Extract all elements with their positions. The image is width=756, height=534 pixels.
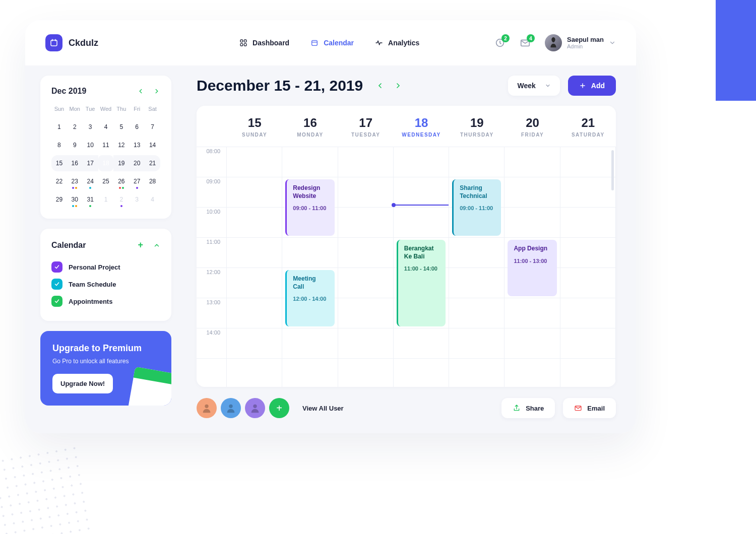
calendar-checkbox[interactable]: Team Schedule <box>51 276 160 293</box>
add-calendar-button[interactable]: + <box>138 240 143 250</box>
mini-day[interactable]: 1 <box>51 119 67 135</box>
mini-dow: Sat <box>145 103 160 117</box>
day-column[interactable] <box>338 147 394 387</box>
day-header[interactable]: 20FRIDAY <box>505 106 560 147</box>
notif-badge: 2 <box>501 34 510 42</box>
mini-day[interactable]: 26 <box>113 173 129 189</box>
day-header[interactable]: 17TUESDAY <box>338 106 394 147</box>
add-event-button[interactable]: Add <box>568 76 616 96</box>
mini-day[interactable]: 15 <box>51 155 67 171</box>
mini-day[interactable]: 2 <box>67 119 83 135</box>
event-time: 11:00 - 13:00 <box>514 258 550 264</box>
scrollbar[interactable] <box>611 150 614 190</box>
mini-prev-button[interactable] <box>137 88 144 95</box>
calendar-checkbox[interactable]: Personal Project <box>51 258 160 276</box>
svg-point-9 <box>229 405 232 408</box>
mini-day[interactable]: 28 <box>145 173 160 189</box>
nav-analytics[interactable]: Analytics <box>375 39 419 47</box>
nav-dashboard[interactable]: Dashboard <box>239 39 289 47</box>
topbar: Ckdulz Dashboard Calendar Analytics 2 <box>25 20 636 65</box>
day-header[interactable]: 18WEDNESDAY <box>394 106 449 147</box>
nav-calendar[interactable]: Calendar <box>310 39 354 47</box>
svg-rect-3 <box>240 43 243 46</box>
mini-day[interactable]: 6 <box>129 119 145 135</box>
mini-day[interactable]: 31 <box>83 191 98 208</box>
range-next-button[interactable] <box>394 82 402 90</box>
day-number: 18 <box>394 116 449 130</box>
day-header[interactable]: 21SATURDAY <box>560 106 616 147</box>
day-column[interactable]: Redesign Website09:00 - 11:00Meeting Cal… <box>282 147 338 387</box>
calendar-event[interactable]: Meeting Call12:00 - 14:00 <box>285 270 334 326</box>
top-nav: Dashboard Calendar Analytics <box>239 39 419 47</box>
range-prev-button[interactable] <box>376 82 384 90</box>
mini-day[interactable]: 24 <box>83 173 98 189</box>
email-button[interactable]: Email <box>563 398 616 418</box>
user-avatar[interactable] <box>197 398 217 418</box>
mini-day[interactable]: 1 <box>98 191 114 208</box>
mini-day[interactable]: 5 <box>113 119 129 135</box>
plus-icon <box>579 82 586 89</box>
mini-day[interactable]: 19 <box>113 155 129 171</box>
mini-day[interactable]: 18 <box>98 155 114 171</box>
mini-day[interactable]: 27 <box>129 173 145 189</box>
mini-day[interactable]: 30 <box>67 191 83 208</box>
mini-day[interactable]: 4 <box>145 191 160 208</box>
brand-logo-icon <box>45 34 62 51</box>
mini-cal-title: Dec 2019 <box>51 87 86 96</box>
collapse-calendars-button[interactable] <box>153 242 160 249</box>
upgrade-button[interactable]: Upgrade Now! <box>52 374 113 393</box>
svg-rect-5 <box>312 40 318 45</box>
brand-name: Ckdulz <box>69 38 98 48</box>
svg-point-8 <box>205 405 208 408</box>
mini-day[interactable]: 4 <box>98 119 114 135</box>
user-avatar[interactable] <box>245 398 265 418</box>
mini-day[interactable]: 20 <box>129 155 145 171</box>
calendar-event[interactable]: Redesign Website09:00 - 11:00 <box>285 179 334 236</box>
calendar-label: Appointments <box>69 298 112 305</box>
mini-day[interactable]: 14 <box>145 137 160 153</box>
day-column[interactable]: Berangkat Ke Bali11:00 - 14:00 <box>394 147 449 387</box>
mini-day[interactable]: 29 <box>51 191 67 208</box>
user-menu[interactable]: Saepul man Admin <box>545 34 616 51</box>
mini-day[interactable]: 3 <box>83 119 98 135</box>
brand[interactable]: Ckdulz <box>45 34 98 51</box>
day-number: 21 <box>560 116 616 130</box>
mini-next-button[interactable] <box>153 88 160 95</box>
mini-day[interactable]: 11 <box>98 137 114 153</box>
calendar-event[interactable]: App Design11:00 - 13:00 <box>508 240 556 296</box>
day-column[interactable]: App Design11:00 - 13:00 <box>505 147 560 387</box>
mini-day[interactable]: 23 <box>67 173 83 189</box>
mini-day[interactable]: 21 <box>145 155 160 171</box>
calendar-event[interactable]: Berangkat Ke Bali11:00 - 14:00 <box>397 240 446 326</box>
mini-day[interactable]: 9 <box>67 137 83 153</box>
day-header[interactable]: 19THURSDAY <box>449 106 505 147</box>
share-button[interactable]: Share <box>501 398 555 418</box>
day-column[interactable]: Sharing Technical09:00 - 11:00 <box>449 147 505 387</box>
view-select[interactable]: Week <box>508 76 559 96</box>
messages-button[interactable]: 4 <box>520 37 531 48</box>
mini-day[interactable]: 3 <box>129 191 145 208</box>
add-user-button[interactable]: + <box>269 398 289 418</box>
mini-day[interactable]: 13 <box>129 137 145 153</box>
mini-day[interactable]: 17 <box>83 155 98 171</box>
day-column[interactable] <box>560 147 616 387</box>
mini-day[interactable]: 22 <box>51 173 67 189</box>
mini-day[interactable]: 25 <box>98 173 114 189</box>
view-all-users-link[interactable]: View All User <box>302 405 344 412</box>
notifications-button[interactable]: 2 <box>494 37 506 48</box>
mini-day[interactable]: 16 <box>67 155 83 171</box>
calendar-event[interactable]: Sharing Technical09:00 - 11:00 <box>452 179 501 236</box>
mini-day[interactable]: 7 <box>145 119 160 135</box>
mini-dow: Tue <box>83 103 98 117</box>
calendar-icon <box>310 39 319 47</box>
mini-dow: Sun <box>51 103 67 117</box>
day-header[interactable]: 16MONDAY <box>282 106 338 147</box>
user-avatar[interactable] <box>221 398 241 418</box>
calendar-checkbox[interactable]: Appointments <box>51 293 160 310</box>
mini-day[interactable]: 12 <box>113 137 129 153</box>
mini-day[interactable]: 2 <box>113 191 129 208</box>
mini-day[interactable]: 8 <box>51 137 67 153</box>
day-header[interactable]: 15SUNDAY <box>227 106 282 147</box>
day-column[interactable] <box>227 147 282 387</box>
mini-day[interactable]: 10 <box>83 137 98 153</box>
